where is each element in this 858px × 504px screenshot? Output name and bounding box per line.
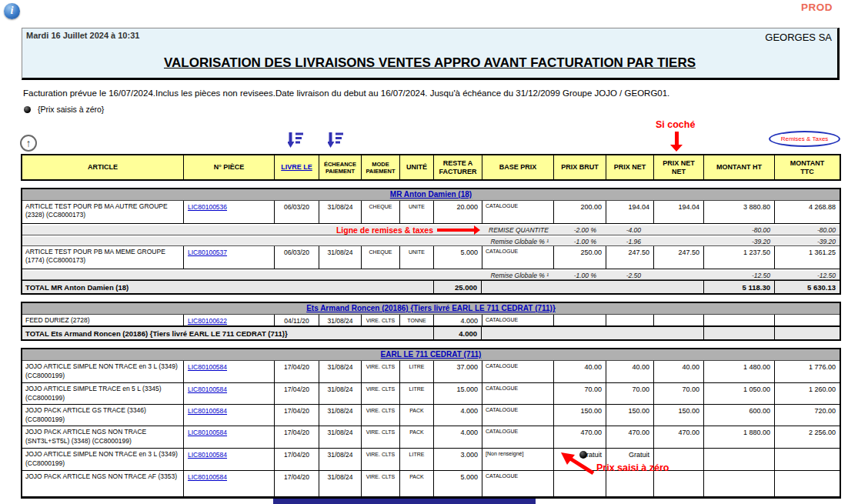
cell-livre-le: 06/03/20 xyxy=(274,246,319,269)
cell-reste-a-facturer: 4.000 xyxy=(433,426,482,448)
column-header-reste-a-facturer: RESTE A FACTURER xyxy=(433,155,482,179)
cell-montant-ht xyxy=(703,471,774,496)
piece-link[interactable]: LIC80100584 xyxy=(188,386,274,393)
prix-brut-value: 250.00 xyxy=(580,249,602,256)
cell-prix-net-net: 70.00 xyxy=(653,383,703,404)
group-block: EARL LE 711 CEDRAT (711)JOJO ARTICLE SIM… xyxy=(21,348,841,499)
cell-article: JOJO PACK ARTICLE GS TRACE (3346) (CC800… xyxy=(22,405,183,426)
group-block: MR Anton Damien (18)ARTICLE TEST POUR PB… xyxy=(21,188,841,295)
annotation-prix-zero-label: Prix saisi à zéro xyxy=(596,462,669,473)
cell-montant-ttc: 2 256.00 xyxy=(774,426,840,448)
cell-prix-net: 470.00 xyxy=(606,426,653,448)
total-label: TOTAL Ets Armand Roncen (20186) {Tiers l… xyxy=(22,327,433,339)
total-row: TOTAL Ets Armand Roncen (20186) {Tiers l… xyxy=(22,326,840,339)
column-header-prix-brut: PRIX BRUT xyxy=(553,155,606,179)
cell-remise-net-net xyxy=(653,225,703,235)
cell-remise-pct: -2.00 % xyxy=(553,225,606,235)
cell-piece: LIC80100584 xyxy=(183,405,274,426)
cell-article: JOJO ARTICLE SIMPLE NON TRACE en 3 L (33… xyxy=(22,361,183,382)
cell-echeance: 31/08/24 xyxy=(319,405,361,426)
info-icon[interactable]: i xyxy=(4,3,20,19)
cell-reste-a-facturer: 3.000 xyxy=(433,449,482,470)
company-name: GEORGES SA xyxy=(765,32,832,43)
article-row: JOJO ARTICLE SIMPLE TRACE en 5 L (3345) … xyxy=(22,383,840,405)
scroll-top-icon[interactable]: ↑ xyxy=(20,135,37,152)
cell-prix-brut xyxy=(553,315,606,325)
cell-montant-ttc xyxy=(774,471,840,496)
table-header-row: ARTICLEN° PIÈCELIVRE LEÉCHEANCE PAIEMENT… xyxy=(21,154,841,181)
cell-livre-le: 17/04/20 xyxy=(274,383,319,404)
total-montant-ttc xyxy=(774,327,840,339)
cell-reste-a-facturer: 5.000 xyxy=(433,246,482,269)
remise-row: Ligne de remises & taxesREMISE QUANTITE-… xyxy=(22,224,840,235)
piece-link[interactable]: LIC80100622 xyxy=(188,317,274,325)
cell-prix-brut: 150.00 xyxy=(553,405,606,426)
cell-unite: LITRE xyxy=(399,361,433,382)
cell-remise-montant-ttc: -39.20 xyxy=(774,237,840,245)
article-row: JOJO ARTICLE SIMPLE NON TRACE en 3 L (33… xyxy=(22,449,840,471)
cell-reste-a-facturer: 4.000 xyxy=(433,315,482,325)
cell-remise-label: REMISE QUANTITE xyxy=(482,225,553,235)
piece-link[interactable]: LIC80100536 xyxy=(188,203,274,211)
cell-base-prix: CATALOGUE xyxy=(482,383,553,404)
remise-row: Remise Globale % ¹-1.00 %-2.50-12.50-12.… xyxy=(22,269,840,280)
annotation-ligne-remises: Ligne de remises & taxes xyxy=(336,225,433,235)
cell-remise-montant-ht: -12.50 xyxy=(703,271,774,279)
cell-montant-ht xyxy=(703,315,774,325)
report-table: ARTICLEN° PIÈCELIVRE LEÉCHEANCE PAIEMENT… xyxy=(21,154,841,499)
cell-article: JOJO ARTICLE SIMPLE TRACE en 5 L (3345) … xyxy=(22,383,183,404)
cell-prix-net: 247.50 xyxy=(606,246,653,269)
cell-prix-net-net: 247.50 xyxy=(653,246,703,269)
cell-remise-net-net xyxy=(653,237,703,245)
cell-reste-a-facturer: 5.000 xyxy=(433,471,482,496)
cell-unite: LITRE xyxy=(399,383,433,404)
column-header-link-livre-le[interactable]: LIVRE LE xyxy=(281,163,312,172)
sort-livre-le-icon[interactable] xyxy=(288,131,305,149)
cell-base-prix: CATALOGUE xyxy=(482,405,553,426)
cell-base-prix: [Non renseigné] xyxy=(482,449,553,470)
piece-link[interactable]: LIC80100584 xyxy=(188,407,274,415)
cell-unite: TONNE xyxy=(399,315,433,325)
total-row: TOTAL MR Anton Damien (18)25.0005 118.30… xyxy=(22,280,840,293)
cell-piece: LIC80100584 xyxy=(183,449,274,470)
sort-echeance-icon[interactable] xyxy=(328,131,345,149)
cell-remise-montant-ht: -39.20 xyxy=(703,237,774,245)
remise-annotation-area xyxy=(22,271,482,279)
total-label: TOTAL MR Anton Damien (18) xyxy=(22,281,433,293)
cell-prix-net: 194.04 xyxy=(606,201,653,223)
group-title-link[interactable]: EARL LE 711 CEDRAT (711) xyxy=(22,349,840,360)
zero-price-legend-label: {Prix saisis à zéro} xyxy=(38,105,104,114)
piece-link[interactable]: LIC80100584 xyxy=(188,473,274,481)
cell-montant-ttc: 1 361.25 xyxy=(774,246,840,269)
cell-livre-le: 17/04/20 xyxy=(274,405,319,426)
cell-remise-pct: -1.00 % xyxy=(553,271,606,279)
cell-mode-paiement: VIRE. CLTS xyxy=(361,315,399,325)
cell-base-prix: CATALOGUE xyxy=(482,471,553,496)
piece-link[interactable]: LIC80100584 xyxy=(188,429,274,436)
prix-brut-value: 70.00 xyxy=(584,386,602,393)
remises-taxes-oval: Remises & Taxes xyxy=(769,131,840,147)
group-title-link[interactable]: MR Anton Damien (18) xyxy=(22,189,840,200)
remise-annotation-area: Ligne de remises & taxes xyxy=(22,225,482,235)
cell-remise-net: -1.96 xyxy=(606,237,653,245)
cell-echeance: 31/08/24 xyxy=(319,383,361,404)
cell-prix-net-net: 40.00 xyxy=(653,361,703,382)
report-header: Mardi 16 Juillet 2024 à 10:31 GEORGES SA… xyxy=(22,28,840,80)
cell-prix-net: 150.00 xyxy=(606,405,653,426)
cell-remise-montant-ttc: -12.50 xyxy=(774,271,840,279)
piece-link[interactable]: LIC80100584 xyxy=(188,451,274,459)
total-reste-a-facturer: 25.000 xyxy=(433,281,482,293)
group-band: MR Anton Damien (18) xyxy=(22,189,840,201)
cell-montant-ht: 1 050.00 xyxy=(703,383,774,404)
cell-prix-net-net: 150.00 xyxy=(653,405,703,426)
cell-prix-net: 40.00 xyxy=(606,361,653,382)
cell-remise-net-net xyxy=(653,271,703,279)
piece-link[interactable]: LIC80100537 xyxy=(188,249,274,256)
column-header-prix-net: PRIX NET xyxy=(606,155,653,179)
cell-reste-a-facturer: 15.000 xyxy=(433,383,482,404)
piece-link[interactable]: LIC80100584 xyxy=(188,363,274,371)
article-row: ARTICLE TEST POUR PB MA AUTRE GROUPE (23… xyxy=(22,201,840,224)
cell-prix-brut: 40.00 xyxy=(553,361,606,382)
group-title-link[interactable]: Ets Armand Roncen (20186) {Tiers livré E… xyxy=(22,303,840,314)
cell-remise-montant-ht: -80.00 xyxy=(703,225,774,235)
